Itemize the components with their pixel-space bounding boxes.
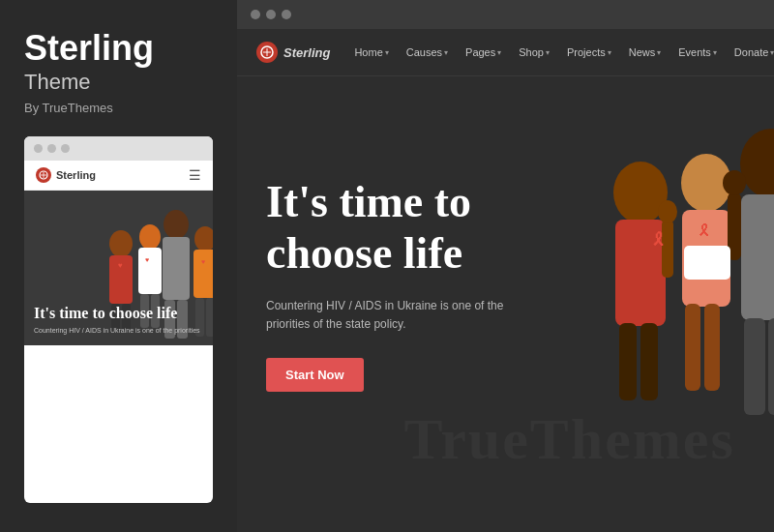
svg-rect-35 (741, 194, 774, 320)
preview-hero-content: It's time to choose life Countering HIV … (34, 304, 200, 336)
hero-title: It's time to choose life (266, 177, 518, 280)
svg-rect-10 (163, 237, 190, 300)
nav-home-chevron: ▾ (385, 48, 389, 57)
preview-dot-3 (61, 144, 70, 153)
site-nav-items: Home ▾ Causes ▾ Pages ▾ Shop ▾ Projects (354, 46, 774, 58)
hero-content: It's time to choose life Countering HIV … (237, 177, 547, 391)
svg-rect-6 (138, 248, 162, 294)
nav-home-label: Home (354, 46, 382, 58)
site-logo-text: Sterling (283, 45, 330, 60)
preview-dot-1 (34, 144, 43, 153)
svg-rect-48 (684, 246, 730, 280)
browser-dot-1 (251, 10, 260, 19)
nav-item-projects[interactable]: Projects ▾ (567, 46, 611, 58)
watermark: TrueThemes (404, 406, 735, 473)
site-logo: Sterling (256, 42, 330, 63)
svg-point-1 (109, 230, 133, 257)
nav-item-news[interactable]: News ▾ (629, 46, 662, 58)
svg-rect-16 (206, 298, 213, 337)
nav-pages-label: Pages (465, 46, 495, 58)
svg-rect-31 (685, 304, 700, 391)
svg-rect-37 (768, 318, 774, 415)
preview-hero-subtitle: Countering HIV / AIDS in Ukraine is one … (34, 326, 200, 336)
svg-text:♥: ♥ (118, 261, 123, 270)
nav-item-donate[interactable]: Donate ▾ (734, 46, 774, 58)
nav-item-shop[interactable]: Shop ▾ (519, 46, 550, 58)
svg-point-5 (139, 224, 161, 250)
sidebar-title: Sterling (24, 29, 213, 68)
svg-text:♥: ♥ (201, 258, 205, 265)
preview-logo: Sterling (36, 167, 96, 183)
browser-titlebar (237, 0, 774, 29)
preview-navbar: Sterling ☰ (24, 161, 213, 191)
svg-text:🎗: 🎗 (650, 230, 668, 250)
site-navbar: Sterling Home ▾ Causes ▾ Pages ▾ Shop ▾ (237, 29, 774, 76)
sidebar-subtitle: Theme (24, 70, 213, 95)
svg-rect-32 (704, 304, 720, 391)
nav-pages-chevron: ▾ (497, 48, 501, 57)
svg-point-13 (194, 226, 213, 251)
preview-titlebar (24, 136, 213, 161)
nav-projects-chevron: ▾ (608, 48, 611, 57)
preview-dot-2 (47, 144, 56, 153)
svg-rect-25 (640, 323, 658, 400)
hero-description: Countering HIV / AIDS in Ukraine is one … (266, 297, 518, 334)
sidebar: Sterling Theme By TrueThemes Sterling ☰ (0, 0, 237, 532)
browser-dot-3 (282, 10, 291, 19)
nav-events-chevron: ▾ (713, 48, 717, 57)
svg-rect-24 (619, 323, 637, 400)
nav-causes-chevron: ▾ (444, 48, 448, 57)
nav-item-causes[interactable]: Causes ▾ (406, 46, 448, 58)
preview-hero: ♥ ♥ ♥ It's time to choose life Counterin… (24, 191, 213, 345)
nav-item-pages[interactable]: Pages ▾ (465, 46, 501, 58)
nav-projects-label: Projects (567, 46, 606, 58)
browser-dot-2 (266, 10, 276, 19)
svg-rect-14 (194, 250, 213, 298)
svg-text:🎗: 🎗 (697, 222, 712, 239)
svg-text:♥: ♥ (145, 256, 149, 263)
browser-window: Sterling Home ▾ Causes ▾ Pages ▾ Shop ▾ (237, 29, 774, 532)
svg-point-39 (723, 170, 746, 195)
nav-news-chevron: ▾ (657, 48, 661, 57)
svg-point-9 (164, 210, 189, 239)
start-now-button[interactable]: Start Now (266, 358, 364, 392)
preview-logo-text: Sterling (56, 169, 96, 181)
site-hero: It's time to choose life Countering HIV … (237, 76, 774, 492)
nav-shop-label: Shop (519, 46, 544, 58)
svg-point-27 (658, 200, 677, 223)
sidebar-preview-window: Sterling ☰ (24, 136, 213, 503)
preview-logo-icon (36, 167, 51, 183)
nav-events-label: Events (678, 46, 711, 58)
nav-donate-label: Donate (734, 46, 768, 58)
nav-news-label: News (629, 46, 656, 58)
nav-shop-chevron: ▾ (546, 48, 550, 57)
nav-item-home[interactable]: Home ▾ (354, 46, 388, 58)
nav-causes-label: Causes (406, 46, 442, 58)
main-browser-area: Sterling Home ▾ Causes ▾ Pages ▾ Shop ▾ (237, 0, 774, 532)
nav-item-events[interactable]: Events ▾ (678, 46, 717, 58)
sidebar-by: By TrueThemes (24, 101, 213, 115)
svg-rect-36 (744, 318, 765, 415)
preview-hero-title: It's time to choose life (34, 304, 200, 322)
preview-hamburger-icon: ☰ (189, 167, 201, 183)
site-logo-icon (256, 42, 278, 63)
